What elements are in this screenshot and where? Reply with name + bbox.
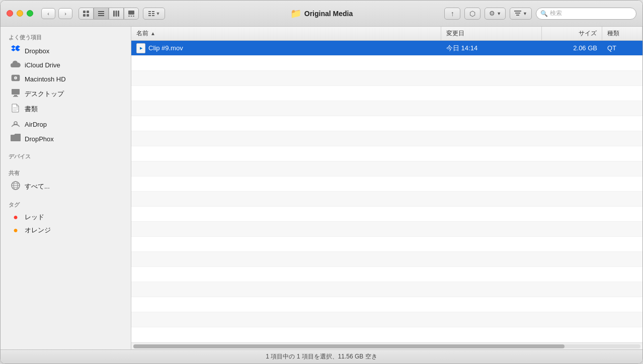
icloud-icon [11,60,21,69]
svg-rect-13 [133,16,134,17]
empty-row [131,71,642,86]
shared-section-label: 共有 [1,166,131,179]
empty-row [131,101,642,116]
gear-dropdown-arrow: ▼ [497,11,501,16]
svg-rect-21 [515,13,520,14]
empty-row [131,207,642,222]
sidebar-item-airdrop[interactable]: AirDrop [3,117,129,132]
sort-button[interactable]: ▼ [510,8,532,20]
table-row[interactable]: Clip #9.mov 今日 14:14 2.06 GB QT [131,41,642,56]
icon-view-button[interactable] [78,8,94,20]
empty-row [131,146,642,161]
search-placeholder: 検索 [550,9,562,18]
dropdown-arrow-icon: ▼ [156,11,160,16]
column-name-label: 名前 [136,29,148,38]
grid-icon [83,10,90,17]
file-size-cell: 2.06 GB [542,44,602,52]
search-icon: 🔍 [540,10,548,17]
folder-icon: 📁 [290,8,301,19]
column-modified-label: 変更日 [446,29,464,38]
column-header-size[interactable]: サイズ [542,27,602,40]
sidebar-item-dropphox[interactable]: DropPhox [3,132,129,146]
empty-row [131,131,642,146]
svg-rect-19 [152,15,154,16]
gear-button[interactable]: ⚙ ▼ [485,8,506,20]
search-field[interactable]: 🔍 検索 [536,8,636,20]
empty-row [131,282,642,297]
view-buttons [78,8,139,20]
column-header-name[interactable]: 名前 ▲ [131,27,441,40]
scrollbar-track [133,344,640,348]
column-header-modified[interactable]: 変更日 [441,27,542,40]
svg-rect-17 [152,13,154,14]
gallery-view-button[interactable] [124,8,139,20]
tag-red-dot: ● [11,213,21,222]
gallery-icon [128,10,135,17]
sidebar-item-dropbox[interactable]: Dropbox [3,43,129,58]
desktop-icon [11,88,21,100]
svg-rect-1 [87,11,89,13]
file-modified: 今日 14:14 [446,44,477,53]
svg-point-25 [15,77,17,79]
airdrop-icon [11,119,21,130]
empty-row [131,237,642,252]
gear-icon: ⚙ [489,10,495,17]
sort-arrow-icon: ▲ [150,31,155,36]
group-button[interactable]: ▼ [143,8,165,20]
file-kind-cell: QT [602,44,642,52]
sidebar-item-macintosh-hd[interactable]: Macintosh HD [3,71,129,86]
file-kind: QT [607,44,616,52]
maximize-button[interactable] [27,10,33,17]
network-icon [11,181,21,192]
file-name: Clip #9.mov [148,44,183,52]
documents-icon [11,104,21,115]
tag-orange-dot: ● [11,226,21,235]
toolbar-right: ↑ ⬡ ⚙ ▼ ▼ 🔍 検索 [444,8,636,20]
titlebar: ‹ › [1,1,642,27]
empty-row [131,252,642,267]
forward-button[interactable]: › [58,8,72,19]
sidebar-item-tag-red-label: レッド [25,213,44,222]
share-icon: ↑ [451,10,454,18]
column-view-button[interactable] [109,8,124,20]
sidebar-item-icloud[interactable]: iCloud Drive [3,58,129,71]
hd-icon [11,73,21,84]
sidebar-item-icloud-label: iCloud Drive [25,61,60,69]
dropphox-folder-icon [11,134,21,144]
sidebar-item-tag-orange[interactable]: ● オレンジ [3,224,129,237]
svg-rect-15 [152,11,154,12]
share-button[interactable]: ↑ [444,8,460,20]
empty-row [131,56,642,71]
column-headers: 名前 ▲ 変更日 サイズ 種類 [131,27,642,41]
sidebar-item-documents[interactable]: 書類 [3,102,129,117]
column-header-kind[interactable]: 種類 [602,27,642,40]
svg-rect-10 [128,11,134,15]
tag-icon: ⬡ [469,10,475,18]
horizontal-scrollbar[interactable] [131,342,642,349]
sidebar-item-all[interactable]: すべて... [3,179,129,194]
columns-icon [113,10,120,17]
empty-row [131,161,642,176]
arrange-icon [148,10,155,17]
svg-rect-26 [12,89,20,95]
back-button[interactable]: ‹ [41,8,55,19]
empty-row [131,192,642,207]
sidebar-item-all-label: すべて... [25,182,50,191]
sidebar-item-desktop-label: デスクトップ [25,89,64,99]
tag-button[interactable]: ⬡ [464,8,480,20]
empty-row [131,116,642,131]
svg-rect-4 [98,11,104,12]
list-view-button[interactable] [94,8,109,20]
empty-row [131,86,642,101]
empty-row [131,176,642,192]
scrollbar-thumb[interactable] [133,344,565,348]
content-area: 名前 ▲ 変更日 サイズ 種類 Clip [131,27,642,349]
file-size: 2.06 GB [573,44,597,52]
file-list: Clip #9.mov 今日 14:14 2.06 GB QT [131,41,642,342]
svg-rect-11 [128,16,130,17]
sidebar-item-desktop[interactable]: デスクトップ [3,86,129,102]
minimize-button[interactable] [17,10,23,17]
close-button[interactable] [7,10,13,17]
svg-rect-3 [87,14,89,17]
sidebar-item-tag-red[interactable]: ● レッド [3,211,129,224]
